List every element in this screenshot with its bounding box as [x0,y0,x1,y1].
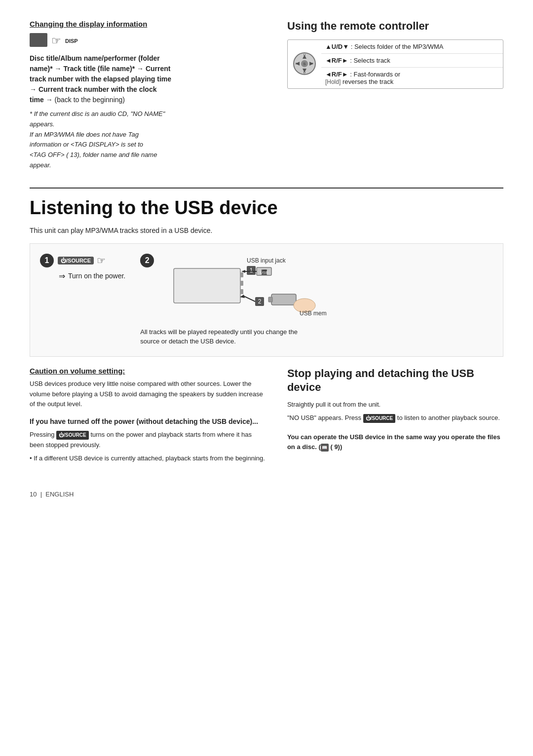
svg-text:F: F [311,62,313,65]
notes-text: * If the current disc is an audio CD, "N… [30,109,267,171]
intro-text: This unit can play MP3/WMA tracks stored… [30,227,503,234]
disp-label: DISP [65,38,78,44]
key-desc-2: : Selects track [350,57,390,64]
dpad-icon: U D R F S [292,51,317,76]
remote-table: U D R F S ▲U/D▼ : Selects folder of the … [288,40,503,88]
operate-usb-text: You can operate the USB device in the sa… [287,432,503,453]
pull-out-text: Straightly pull it out from the unit. [287,400,503,410]
power-off-text: Pressing ⏻/SOURCE turns on the power and… [30,430,267,451]
svg-rect-20 [240,281,243,286]
caution-text: USB devices produce very little noise co… [30,379,267,410]
svg-rect-26 [271,294,296,305]
svg-rect-21 [240,289,243,294]
svg-text:R: R [296,62,298,65]
bullet-text: • If a different USB device is currently… [30,454,267,464]
step-1: 1 ⏻/SOURCE ☞ ⇒ Turn on the power. [40,254,125,281]
usb-diagram-svg: USB input jack 1 ⬛ USB [159,254,327,318]
main-section: Listening to the USB device This unit ca… [30,188,503,466]
key-label-1: ▲U/D▼ [325,43,349,50]
stop-section: Stop playing and detaching the USB devic… [287,367,503,466]
svg-rect-18 [174,268,240,303]
hand-cursor-2: ☞ [97,255,106,266]
language-label: ENGLISH [45,491,74,498]
svg-line-24 [244,296,255,302]
key-desc-3b: reverses the track [343,78,393,85]
step-2: 2 USB input jack 1 ⬛ USB [140,254,327,346]
display-info-heading: Changing the display information [30,20,267,28]
step-1-number: 1 [40,254,54,267]
footer: 10 | ENGLISH [30,491,503,498]
disc-title-text: Disc title/Album name/performer (folder … [30,53,267,105]
page-number: 10 [30,491,37,498]
key-desc-3: : Fast-forwards or [350,71,400,78]
svg-text:USB: USB [260,270,268,275]
svg-text:D: D [304,71,306,74]
svg-text:S: S [303,62,305,66]
disp-icon-area: ☞ DISP [30,33,267,48]
bottom-section: Caution on volume setting: USB devices p… [30,367,503,466]
caution-section: Caution on volume setting: USB devices p… [30,367,267,466]
book-icon: 📖 [321,444,329,452]
left-column: Changing the display information ☞ DISP … [30,20,267,173]
source-btn-inline: ⏻/SOURCE [56,431,89,440]
usb-input-label: USB input jack [247,257,286,264]
svg-rect-27 [268,297,272,302]
key-desc-1: : Selects folder of the MP3/WMA [351,43,444,50]
step-2-number: 2 [140,254,154,267]
key-label-2: ◄R/F► [325,57,348,64]
table-row: U D R F S ▲U/D▼ : Selects folder of the … [288,40,503,54]
no-usb-text: "NO USB" appears. Press ⏻/SOURCE to list… [287,413,503,423]
key-label-3: ◄R/F► [325,71,348,78]
all-tracks-text: All tracks will be played repeatedly unt… [140,327,298,346]
source-button-icon: ⏻/SOURCE [58,257,94,265]
svg-text:1: 1 [250,267,253,274]
svg-text:U: U [304,53,305,56]
hand-cursor-icon: ☞ [51,35,61,47]
usb-memory-label: USB memory [300,310,327,317]
hold-label: [Hold] [325,78,341,85]
main-title: Listening to the USB device [30,197,503,219]
stop-heading: Stop playing and detaching the USB devic… [287,367,503,395]
svg-rect-19 [240,272,243,277]
step-1-instruction: Turn on the power. [68,272,125,280]
arrow-icon: ⇒ [59,271,65,281]
source-btn-2: ⏻/SOURCE [363,414,396,423]
svg-text:2: 2 [258,298,262,305]
right-column: Using the remote controller [287,20,503,173]
remote-controller-heading: Using the remote controller [287,20,503,33]
caution-heading: Caution on volume setting: [30,367,267,375]
power-off-heading: If you have turned off the power (withou… [30,416,267,427]
disp-icon [30,33,47,47]
steps-area: 1 ⏻/SOURCE ☞ ⇒ Turn on the power. 2 [30,243,503,357]
